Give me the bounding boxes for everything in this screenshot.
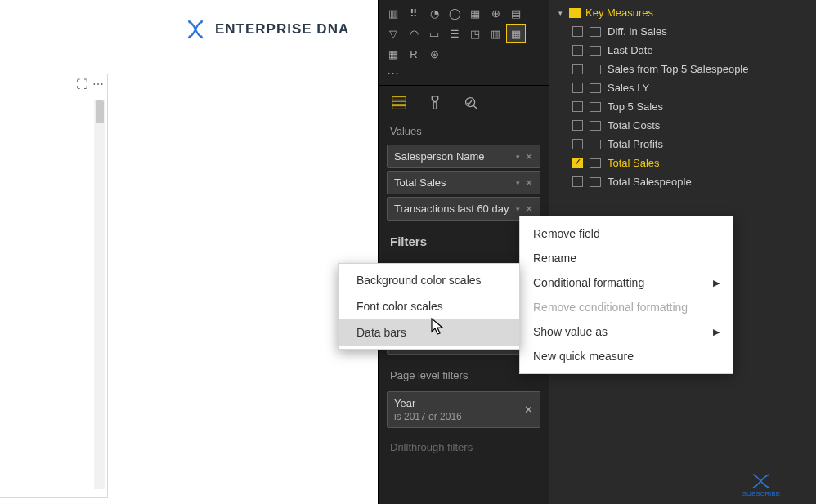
field-sales-from-top-5-salespeople[interactable]: Sales from Top 5 Salespeople [549,60,816,78]
remove-filter-icon[interactable]: ✕ [524,404,533,416]
menu-show-value-as[interactable]: Show value as▶ [520,319,733,344]
year-filter-cond: is 2017 or 2016 [394,411,524,422]
field-context-menu: Remove fieldRenameConditional formatting… [519,216,733,374]
value-field-1[interactable]: Total Sales▾✕ [387,171,540,194]
viz-treemap-icon[interactable]: ▦ [465,3,485,23]
field-top-5-sales[interactable]: Top 5 Sales [549,97,816,116]
checkbox[interactable] [572,26,583,37]
svg-point-1 [200,35,203,38]
svg-point-2 [189,35,191,38]
svg-point-3 [200,21,203,24]
remove-field-icon[interactable]: ✕ [525,151,533,163]
viz-donut-icon[interactable]: ◯ [445,3,464,23]
table-icon [569,8,581,18]
viz-r-icon[interactable]: R [404,44,424,64]
measure-icon [590,65,601,74]
checkbox[interactable] [572,83,583,93]
field-total-salespeople[interactable]: Total Salespeople [549,172,816,191]
scroll-thumb[interactable] [96,100,104,123]
value-field-0[interactable]: Salesperson Name▾✕ [387,145,540,168]
field-sales-ly[interactable]: Sales LY [549,78,816,97]
report-canvas[interactable]: ⛶ ⋯ ▴ [0,74,108,498]
viz-slicer-icon[interactable]: ▥ [486,24,505,43]
viz-filled-map-icon[interactable]: ▤ [506,3,526,23]
chevron-down-icon[interactable]: ▾ [516,179,520,187]
measure-icon [590,27,601,37]
viz-pie-icon[interactable]: ◔ [424,3,444,23]
subscribe-badge[interactable]: SUBSCRIBE [742,473,780,497]
more-options-icon[interactable]: ⋯ [92,78,104,91]
drillthrough-label: Drillthrough filters [379,435,549,458]
brand-logo: ENTERPRISE DNA [184,18,349,41]
svg-rect-6 [392,106,406,109]
menu-remove-field[interactable]: Remove field [520,221,733,246]
checkbox[interactable] [572,101,583,112]
menu-remove-conditional-formatting: Remove conditional formatting [520,295,733,319]
analytics-tab-icon[interactable] [462,94,480,112]
viz-more-icon[interactable]: ⋯ [379,65,549,85]
menu-bg-color-scales[interactable]: Background color scales [339,267,519,293]
chevron-down-icon[interactable]: ▾ [516,153,520,161]
values-label: Values [379,118,549,142]
viz-card-icon[interactable]: ▭ [424,24,444,43]
remove-field-icon[interactable]: ✕ [525,177,533,189]
field-last-date[interactable]: Last Date [549,41,816,60]
year-filter-name: Year [394,397,524,409]
menu-font-color-scales[interactable]: Font color scales [339,293,519,319]
viz-stacked-bar-icon[interactable]: ▥ [383,3,403,23]
dna-small-icon [750,473,773,489]
measure-icon [590,46,601,56]
fields-tab-icon[interactable] [390,94,408,112]
viz-stacked-column-icon[interactable]: ⠿ [404,3,424,23]
checkbox[interactable] [572,64,583,74]
remove-field-icon[interactable]: ✕ [525,203,533,215]
viz-funnel-icon[interactable]: ▽ [383,24,403,43]
focus-mode-icon[interactable]: ⛶ [76,78,87,91]
measure-icon [590,158,601,168]
measure-icon [590,102,601,112]
svg-point-0 [189,21,191,24]
measure-icon [590,177,601,187]
checkbox[interactable] [572,158,583,168]
table-key-measures[interactable]: ▾ Key Measures [549,3,816,22]
measure-icon [590,140,601,149]
field-total-sales[interactable]: Total Sales [549,154,816,172]
menu-conditional-formatting[interactable]: Conditional formatting▶ [520,270,733,295]
checkbox[interactable] [572,45,583,56]
viz-gauge-icon[interactable]: ◠ [404,24,424,43]
field-diff-in-sales[interactable]: Diff. in Sales [549,22,816,41]
checkbox[interactable] [572,120,583,131]
collapse-icon[interactable]: ▾ [556,9,564,17]
menu-new-quick-measure[interactable]: New quick measure [520,344,733,368]
checkbox[interactable] [572,139,583,149]
page-filter-year[interactable]: Year is 2017 or 2016 ✕ [387,391,540,428]
checkbox[interactable] [572,176,583,187]
menu-rename[interactable]: Rename [520,246,733,270]
viz-table-icon[interactable]: ▦ [506,24,526,43]
viz-matrix-icon[interactable]: ▦ [383,44,403,64]
chevron-right-icon: ▶ [713,327,720,337]
viz-type-picker: ▥ ⠿ ◔ ◯ ▦ ⊕ ▤ ▽ ◠ ▭ ☰ ◳ ▥ ▦ ▦ R ⊛ [379,0,549,65]
measure-icon [590,83,601,93]
format-tab-icon[interactable] [426,94,444,112]
chevron-down-icon[interactable]: ▾ [516,205,520,213]
svg-rect-5 [392,101,406,105]
viz-arcgis-icon[interactable]: ⊛ [424,44,444,64]
menu-data-bars[interactable]: Data bars [339,319,519,346]
viz-kpi-icon[interactable]: ◳ [465,24,485,43]
field-total-costs[interactable]: Total Costs [549,116,816,135]
value-field-2[interactable]: Transactions last 60 day▾✕ [387,197,540,221]
viz-multirow-icon[interactable]: ☰ [445,24,464,43]
conditional-formatting-submenu: Background color scales Font color scale… [338,263,520,350]
field-total-profits[interactable]: Total Profits [549,135,816,154]
canvas-scrollbar[interactable]: ▴ [94,100,105,489]
brand-text: ENTERPRISE DNA [215,21,349,38]
format-tabs [379,85,549,118]
measure-icon [590,121,601,131]
viz-globe-icon[interactable]: ⊕ [486,3,505,23]
chevron-right-icon: ▶ [713,278,720,288]
svg-rect-4 [392,97,406,100]
dna-icon [184,18,207,41]
